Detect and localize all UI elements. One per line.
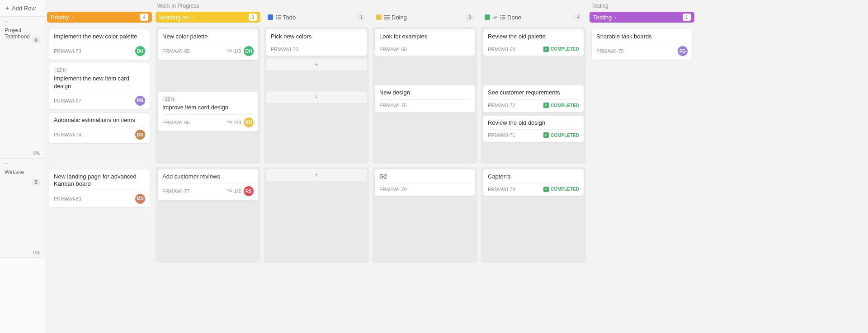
- column-priority: Priority ‹ 4 Implement the new color pal…: [45, 0, 154, 333]
- column-doing: Doing 3 Look for examplesPRMAWI-69New de…: [371, 12, 479, 265]
- card-id: PRMAWI-67: [54, 98, 81, 103]
- card-id: PRMAWI-75: [596, 48, 624, 54]
- task-card[interactable]: Look for examplesPRMAWI-69: [374, 29, 476, 56]
- assignee-avatar[interactable]: GK: [135, 130, 145, 140]
- list-icon: [384, 14, 390, 20]
- task-card[interactable]: 12 hImprove item card designPRMAWI-662/3…: [157, 92, 259, 131]
- card-title: Capterra: [488, 173, 579, 180]
- assignee-avatar[interactable]: DH: [135, 46, 145, 56]
- card-title: Look for examples: [379, 33, 471, 40]
- column-header-done[interactable]: Done 4: [481, 12, 586, 23]
- svg-rect-16: [502, 15, 505, 16]
- task-card[interactable]: New designPRMAWI-76: [374, 85, 476, 112]
- task-card[interactable]: G2PRMAWI-79: [374, 169, 476, 196]
- swimlane-cell[interactable]: Review the old palettePRMAWI-68✓COMPLETE…: [479, 25, 588, 165]
- row-sidebar: + Add Row ⌃ Project Teamhood 9 0% ⌃ Webs…: [0, 0, 45, 333]
- column-count: 1: [357, 14, 365, 21]
- svg-rect-19: [500, 19, 501, 19]
- swimlane-cell[interactable]: Sharable task boardsPRMAWI-75FG: [588, 25, 696, 165]
- status-color-square: [268, 14, 273, 20]
- svg-rect-8: [278, 19, 281, 19]
- task-card[interactable]: CapterraPRMAWI-78✓COMPLETED: [483, 169, 584, 196]
- svg-rect-12: [386, 17, 390, 18]
- swimlane-cell[interactable]: Add customer reviewsPRMAWI-771/2RS: [154, 165, 262, 265]
- assignee-avatar[interactable]: MD: [135, 194, 145, 204]
- row-progress: 0%: [33, 150, 40, 156]
- assignee-avatar[interactable]: FG: [678, 46, 688, 56]
- svg-rect-20: [502, 19, 505, 19]
- group-header-wip: Work In Progress: [154, 0, 588, 12]
- task-card[interactable]: Sharable task boardsPRMAWI-75FG: [591, 29, 693, 60]
- card-id: PRMAWI-68: [488, 47, 515, 52]
- group-header-testing: Testing: [588, 0, 696, 12]
- svg-rect-1: [230, 121, 232, 123]
- card-title: New design: [379, 89, 471, 96]
- add-row-button[interactable]: + Add Row: [0, 0, 45, 16]
- column-count: 4: [140, 14, 148, 21]
- card-title: New landing page for advanced Kanban boa…: [54, 173, 145, 188]
- swimlane-cell[interactable]: +: [262, 165, 371, 265]
- card-id: PRMAWI-78: [488, 187, 515, 192]
- task-card[interactable]: Review the old palettePRMAWI-68✓COMPLETE…: [483, 29, 584, 56]
- card-id: PRMAWI-66: [162, 120, 190, 125]
- svg-rect-2: [230, 190, 232, 192]
- collapse-row-icon[interactable]: ⌃: [5, 162, 40, 167]
- swimlane-cell[interactable]: Pick new colorsPRMAWI-70++: [262, 25, 371, 165]
- swimlane-cell[interactable]: CapterraPRMAWI-78✓COMPLETED: [479, 165, 588, 265]
- task-card[interactable]: New color palettePRMAWI-651/3DH: [157, 29, 259, 60]
- add-card-button[interactable]: +: [266, 91, 367, 103]
- task-card[interactable]: 12 hImplement the new item card designPR…: [49, 63, 150, 110]
- swimlane-cell[interactable]: G2PRMAWI-79: [371, 165, 479, 265]
- column-header-working[interactable]: Working on ‹ 3: [156, 12, 260, 23]
- column-header-priority[interactable]: Priority ‹ 4: [47, 12, 152, 23]
- assignee-avatar[interactable]: RS: [244, 186, 254, 196]
- row-progress: 0%: [33, 250, 40, 255]
- assignee-avatar[interactable]: FG: [135, 96, 145, 106]
- card-id: PRMAWI-71: [488, 132, 515, 138]
- assignee-avatar[interactable]: KH: [244, 117, 254, 127]
- column-header-doing[interactable]: Doing 3: [373, 12, 477, 23]
- card-title: New color palette: [162, 33, 254, 40]
- check-icon: ✓: [543, 187, 549, 192]
- completed-badge: ✓COMPLETED: [543, 132, 579, 138]
- column-header-todo[interactable]: Todo 1: [264, 12, 369, 23]
- task-card[interactable]: Review the old designPRMAWI-71✓COMPLETED: [483, 115, 584, 142]
- card-id: PRMAWI-70: [271, 47, 298, 52]
- column-title: Todo: [283, 14, 296, 21]
- svg-rect-3: [276, 15, 277, 16]
- group-work-in-progress: Work In Progress Working on ‹ 3 New colo…: [154, 0, 588, 333]
- column-count: 3: [466, 14, 474, 21]
- swimlane-cell[interactable]: New color palettePRMAWI-651/3DH12 hImpro…: [154, 25, 262, 165]
- row-label-website[interactable]: ⌃ Website 5 0%: [0, 158, 45, 258]
- column-header-testing[interactable]: Testing ‹ 1: [590, 12, 694, 23]
- card-id: PRMAWI-69: [379, 47, 407, 52]
- task-card[interactable]: Implement the new color palettePRMAWI-73…: [49, 29, 150, 60]
- task-card[interactable]: New landing page for advanced Kanban boa…: [49, 169, 150, 208]
- card-id: PRMAWI-73: [54, 48, 81, 54]
- swimlane-cell[interactable]: New landing page for advanced Kanban boa…: [45, 165, 154, 265]
- add-card-button[interactable]: +: [266, 59, 367, 70]
- svg-rect-6: [278, 17, 281, 18]
- card-id: PRMAWI-77: [162, 188, 190, 194]
- column-done: Done 4 Review the old palettePRMAWI-68✓C…: [479, 12, 588, 265]
- card-id: PRMAWI-80: [54, 196, 81, 202]
- add-card-button[interactable]: +: [266, 169, 367, 181]
- card-title: G2: [379, 173, 471, 180]
- swimlane-cell[interactable]: Look for examplesPRMAWI-69New designPRMA…: [371, 25, 479, 165]
- task-card[interactable]: See customer requirementsPRMAWI-72✓COMPL…: [483, 85, 584, 112]
- svg-rect-15: [500, 15, 501, 16]
- card-title: Add customer reviews: [162, 173, 254, 180]
- swimlane-cell[interactable]: Implement the new color palettePRMAWI-73…: [45, 25, 154, 165]
- svg-rect-18: [502, 17, 505, 18]
- task-card[interactable]: Automatic estimations on itemsPRMAWI-74G…: [49, 113, 150, 144]
- svg-rect-5: [276, 17, 277, 18]
- row-label-project-teamhood[interactable]: ⌃ Project Teamhood 9 0%: [0, 16, 45, 158]
- task-card[interactable]: Pick new colorsPRMAWI-70: [266, 29, 367, 56]
- task-card[interactable]: Add customer reviewsPRMAWI-771/2RS: [157, 169, 259, 200]
- assignee-avatar[interactable]: DH: [244, 46, 254, 56]
- check-icon: ✓: [543, 132, 549, 138]
- collapse-row-icon[interactable]: ⌃: [5, 20, 40, 25]
- card-title: Automatic estimations on items: [54, 117, 145, 124]
- check-icon: ✓: [543, 103, 549, 108]
- swimlane-cell[interactable]: [588, 165, 696, 265]
